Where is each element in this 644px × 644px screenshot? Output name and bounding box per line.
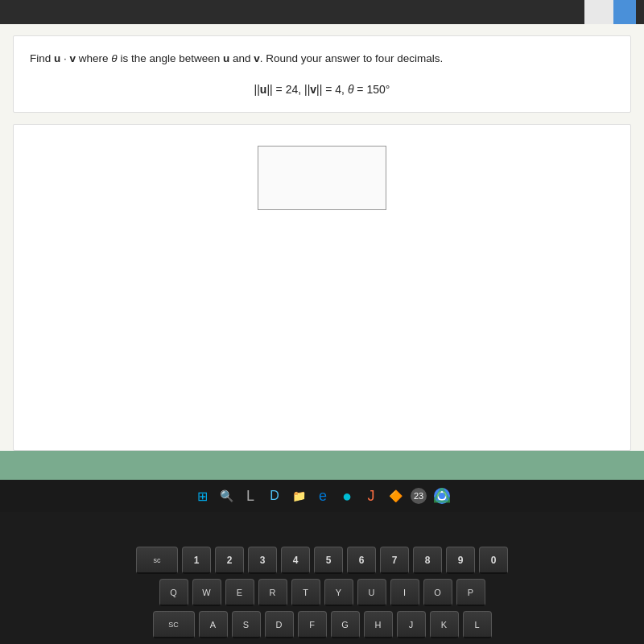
edge-icon[interactable]: e [314, 487, 332, 505]
key-4[interactable]: 4 [281, 547, 310, 574]
key-i[interactable]: I [390, 579, 419, 606]
key-8[interactable]: 8 [413, 547, 442, 574]
key-0[interactable]: 0 [479, 547, 508, 574]
keyboard-area: sc 1 2 3 4 5 6 7 8 9 0 Q W E R T Y U I O… [0, 512, 644, 644]
task-icon-l[interactable]: L [242, 487, 259, 505]
question-prompt: Find u · v where θ is the angle between … [30, 51, 614, 67]
question-formula: ||u|| = 24, ||v|| = 4, θ = 150° [30, 80, 614, 101]
keyboard-row-fn: sc 1 2 3 4 5 6 7 8 9 0 [136, 547, 508, 574]
key-sc2[interactable]: SC [153, 611, 195, 638]
taskbar: ⊞ 🔍 L D 📁 e ● J 🔶 23 [0, 480, 644, 512]
top-bar [0, 0, 644, 24]
top-bar-right [584, 0, 636, 24]
chrome-icon[interactable] [433, 487, 451, 505]
key-a[interactable]: A [199, 611, 228, 638]
key-h[interactable]: H [364, 611, 393, 638]
main-content: Find u · v where θ is the angle between … [0, 24, 644, 451]
next-button[interactable] [613, 0, 636, 24]
key-j[interactable]: J [397, 611, 426, 638]
correct-label [584, 0, 613, 24]
question-area: Find u · v where θ is the angle between … [13, 35, 631, 113]
key-u[interactable]: U [357, 579, 386, 606]
key-y[interactable]: Y [324, 579, 353, 606]
windows-icon[interactable]: ⊞ [193, 487, 211, 505]
key-t[interactable]: T [291, 579, 320, 606]
search-icon[interactable]: 🔍 [217, 487, 235, 505]
key-l[interactable]: L [463, 611, 492, 638]
circle-icon[interactable]: ● [338, 487, 356, 505]
key-3[interactable]: 3 [248, 547, 277, 574]
task-icon-j[interactable]: J [362, 487, 380, 505]
task-icon-d[interactable]: D [266, 487, 283, 505]
orange-icon[interactable]: 🔶 [386, 487, 404, 505]
key-9[interactable]: 9 [446, 547, 475, 574]
notif-badge: 23 [411, 488, 427, 504]
key-2[interactable]: 2 [215, 547, 244, 574]
folder-icon[interactable]: 📁 [290, 487, 308, 505]
key-7[interactable]: 7 [380, 547, 409, 574]
key-e[interactable]: E [225, 579, 254, 606]
key-k[interactable]: K [430, 611, 459, 638]
key-g[interactable]: G [331, 611, 360, 638]
key-d[interactable]: D [265, 611, 294, 638]
key-w[interactable]: W [192, 579, 221, 606]
key-q[interactable]: Q [159, 579, 188, 606]
key-1[interactable]: 1 [182, 547, 211, 574]
answer-input[interactable] [258, 146, 386, 210]
key-s[interactable]: S [232, 611, 261, 638]
answer-area [13, 124, 631, 451]
key-f[interactable]: F [298, 611, 327, 638]
key-5[interactable]: 5 [314, 547, 343, 574]
key-o[interactable]: O [423, 579, 452, 606]
footer [0, 451, 644, 480]
keyboard-row-asdf: SC A S D F G H J K L [153, 611, 492, 638]
key-sc[interactable]: sc [136, 547, 178, 574]
key-6[interactable]: 6 [347, 547, 376, 574]
key-p[interactable]: P [456, 579, 485, 606]
key-r[interactable]: R [258, 579, 287, 606]
keyboard-row-qwerty: Q W E R T Y U I O P [159, 579, 485, 606]
